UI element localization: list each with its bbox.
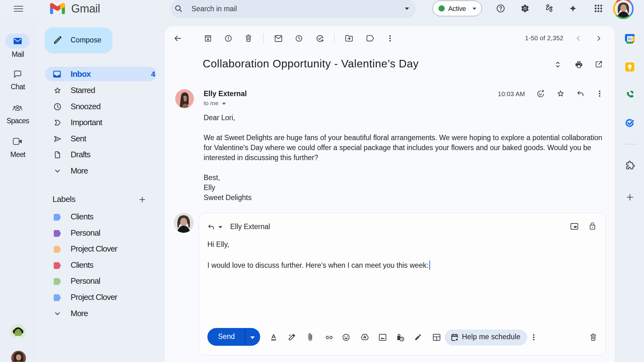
svg-text:31: 31	[628, 37, 632, 41]
